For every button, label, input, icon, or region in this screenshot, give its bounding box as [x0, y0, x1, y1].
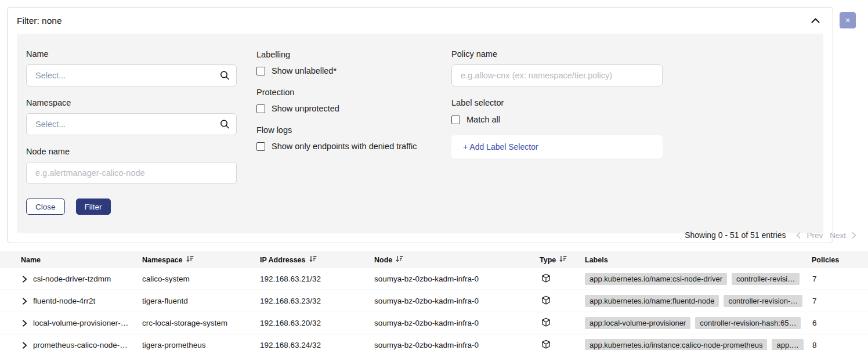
show-unlabelled-checkbox[interactable]: [256, 67, 265, 75]
sort-icon: [186, 255, 194, 264]
denied-traffic-row: Show only endpoints with denied traffic: [256, 142, 432, 151]
label-chip[interactable]: controller-revision-…: [724, 295, 802, 307]
table-header-row: Name Namespace IP Addresses Node Type La…: [0, 251, 868, 268]
expand-row-button[interactable]: [22, 298, 27, 305]
endpoint-node: soumya-bz-0zbo-kadm-infra-0: [374, 341, 540, 349]
name-field-label: Name: [26, 49, 237, 59]
endpoint-name: local-volume-provisioner-…: [33, 319, 128, 327]
node-name-field-label: Node name: [26, 147, 237, 156]
results-bar: Showing 0 - 51 of 51 entries Prev Next: [685, 230, 859, 240]
endpoint-name: prometheus-calico-node-…: [33, 341, 128, 349]
chevron-right-icon: [22, 298, 27, 306]
policy-name-input[interactable]: [451, 64, 663, 86]
apply-filter-button[interactable]: Filter: [76, 199, 111, 215]
column-header-node[interactable]: Node: [374, 255, 540, 264]
expand-row-button[interactable]: [22, 276, 27, 283]
name-select-input[interactable]: [26, 64, 237, 86]
sort-icon: [396, 255, 403, 264]
node-name-input[interactable]: [26, 162, 237, 184]
label-chip[interactable]: app.kubernetes.io/name:csi-node-driver: [585, 273, 727, 285]
policy-name-field-label: Policy name: [451, 49, 663, 59]
label-selector-heading: Label selector: [451, 98, 663, 107]
filter-column-3: Policy name Label selector Match all + A…: [451, 49, 663, 158]
collapse-filter-button[interactable]: [809, 16, 822, 26]
policies-count: 7: [809, 297, 868, 305]
chevron-right-icon: [22, 320, 27, 328]
label-chip[interactable]: controller-revisi…: [732, 273, 800, 285]
endpoint-namespace: crc-local-storage-system: [142, 319, 260, 327]
filter-title: Filter: none: [17, 16, 62, 26]
close-icon: ×: [845, 16, 850, 25]
name-field-group: Name: [26, 49, 237, 86]
show-unprotected-row: Show unprotected: [256, 104, 432, 113]
namespace-field-group: Namespace: [26, 98, 237, 135]
endpoint-namespace: tigera-prometheus: [142, 341, 260, 349]
table-row: fluentd-node-4rr2t tigera-fluentd 192.16…: [0, 290, 868, 312]
filter-column-2: Labelling Show unlabelled* Protection Sh…: [256, 49, 432, 151]
prev-page-button[interactable]: Prev: [803, 231, 826, 240]
policies-count: 8: [809, 341, 868, 349]
show-unlabelled-row: Show unlabelled*: [256, 66, 432, 75]
label-chip[interactable]: app.kubernetes.io/instance:calico-node-p…: [585, 339, 767, 350]
filter-panel-body: Name Namespace Node name: [17, 34, 823, 233]
denied-traffic-label: Show only endpoints with denied traffic: [272, 142, 417, 151]
chevron-right-icon: [852, 232, 856, 240]
endpoint-namespace: calico-system: [142, 275, 260, 283]
endpoint-node: soumya-bz-0zbo-kadm-infra-0: [374, 319, 540, 327]
close-filter-button[interactable]: Close: [26, 199, 65, 215]
policy-name-field-group: Policy name: [451, 49, 663, 86]
endpoint-ip: 192.168.63.23/32: [260, 297, 374, 305]
add-label-selector-button[interactable]: + Add Label Selector: [451, 135, 663, 158]
endpoint-ip: 192.168.63.21/32: [260, 275, 374, 283]
chevron-left-icon: [796, 232, 801, 240]
sort-icon: [309, 255, 317, 264]
table-row: csi-node-driver-tzdmm calico-system 192.…: [0, 268, 868, 290]
chevron-up-icon: [811, 16, 820, 25]
show-unprotected-checkbox[interactable]: [256, 104, 265, 113]
search-icon: [220, 120, 230, 129]
workload-cube-icon: [541, 317, 551, 329]
column-header-name[interactable]: Name: [0, 256, 142, 264]
column-header-type[interactable]: Type: [540, 255, 585, 264]
table-row: prometheus-calico-node-… tigera-promethe…: [0, 334, 868, 350]
match-all-label: Match all: [466, 115, 500, 124]
denied-traffic-checkbox[interactable]: [256, 142, 265, 151]
chevron-right-icon: [22, 276, 27, 284]
label-chip[interactable]: app.…: [772, 339, 803, 350]
policies-count: 7: [809, 275, 868, 283]
expand-row-button[interactable]: [22, 320, 27, 327]
column-header-namespace[interactable]: Namespace: [142, 255, 260, 264]
expand-row-button[interactable]: [22, 342, 27, 349]
chevron-right-icon: [22, 342, 27, 350]
workload-cube-icon: [541, 340, 551, 350]
endpoint-name: csi-node-driver-tzdmm: [33, 275, 111, 283]
filter-column-1: Name Namespace Node name: [26, 49, 237, 215]
endpoint-namespace: tigera-fluentd: [142, 297, 260, 305]
label-chip[interactable]: app:local-volume-provisioner: [585, 317, 690, 329]
endpoints-table: Name Namespace IP Addresses Node Type La…: [0, 251, 868, 350]
match-all-checkbox[interactable]: [451, 116, 460, 124]
namespace-select-input[interactable]: [26, 113, 237, 135]
column-header-policies[interactable]: Policies: [809, 256, 868, 264]
label-chip[interactable]: controller-revision-hash:65…: [695, 317, 801, 329]
prev-page-chevron-button[interactable]: [794, 232, 803, 239]
search-icon: [220, 71, 230, 81]
filter-card-header: Filter: none: [8, 8, 833, 34]
next-page-button[interactable]: Next: [826, 231, 849, 240]
workload-cube-icon: [541, 273, 551, 285]
labelling-heading: Labelling: [256, 50, 432, 59]
close-panel-button[interactable]: ×: [840, 12, 856, 28]
showing-entries-text: Showing 0 - 51 of 51 entries: [685, 230, 786, 240]
next-page-chevron-button[interactable]: [849, 232, 859, 239]
show-unprotected-label: Show unprotected: [272, 104, 339, 113]
table-row: local-volume-provisioner-… crc-local-sto…: [0, 312, 868, 334]
endpoint-node: soumya-bz-0zbo-kadm-infra-0: [374, 275, 540, 283]
endpoint-name: fluentd-node-4rr2t: [33, 297, 95, 305]
namespace-field-label: Namespace: [26, 98, 237, 107]
column-header-labels[interactable]: Labels: [585, 256, 809, 264]
column-header-ip-addresses[interactable]: IP Addresses: [260, 255, 374, 264]
node-name-field-group: Node name: [26, 147, 237, 184]
endpoint-node: soumya-bz-0zbo-kadm-infra-0: [374, 297, 540, 305]
sort-icon: [559, 255, 567, 264]
label-chip[interactable]: app.kubernetes.io/name:fluentd-node: [585, 295, 719, 307]
